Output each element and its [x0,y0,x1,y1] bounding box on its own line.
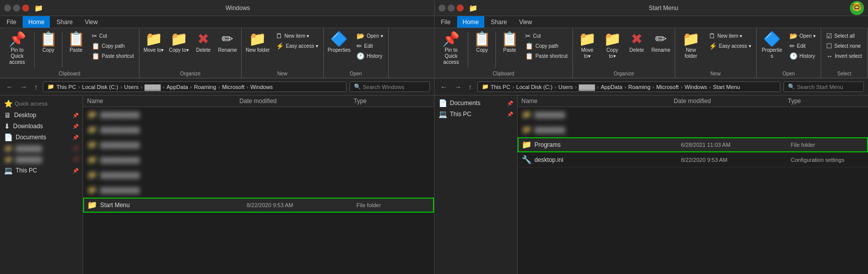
ribbon-delete-button[interactable]: ✖Delete [192,30,215,64]
ribbon-easyaccess-button[interactable]: ⚡Easy access ▾ [274,41,320,51]
ribbon-selectnone-button[interactable]: ☐Select none [824,41,864,51]
nav-back[interactable]: ← [439,82,450,92]
properties-icon: 🔷 [763,32,781,46]
nav-item-icon-quickaccess: ⭐ [4,100,13,108]
ribbon-opendrop-button[interactable]: 📂Open ▾ [354,31,385,41]
nav-item-downloads[interactable]: ⬇ Downloads 📌 [0,121,83,132]
nav-forward[interactable]: → [453,82,464,92]
file-row-blurred-r1[interactable]: 📁 ▓▓▓▓▓▓▓▓▓ [83,107,434,122]
file-row-blurred-r2[interactable]: 📁 ▓▓▓▓▓▓▓▓▓ [83,122,434,137]
file-row-blurred-r2[interactable]: 📁 ▓▓▓▓▓▓▓ [518,122,869,137]
file-row-blurred-r3[interactable]: 📁 ▓▓▓▓▓▓▓▓▓ [83,137,434,152]
ribbon-tab-view[interactable]: View [79,16,103,28]
ribbon-properties-button[interactable]: 🔷Properties [326,30,353,64]
ribbon-newitem-button[interactable]: 🗒New item ▾ [707,31,753,41]
address-path[interactable]: 📁 This PC›Local Disk (C:)›Users›▓▓▓▓›App… [43,81,346,92]
ribbon-copyto-button[interactable]: 📁Copy to▾ [167,30,191,64]
ribbon-cut-button[interactable]: ✂Cut [90,31,136,41]
file-row-blurred-r4[interactable]: 📁 ▓▓▓▓▓▓▓▓▓ [83,152,434,167]
col-name-header[interactable]: Name [522,98,674,105]
nav-back[interactable]: ← [4,82,15,92]
ribbon-properties-button[interactable]: 🔷Properties [759,30,785,64]
file-row-desktopini[interactable]: 🔧 desktop.ini 8/22/2020 9:53 AM Configur… [518,152,869,167]
ribbon-pasteshortcut-button[interactable]: 📋Paste shortcut [90,51,136,61]
col-name-header[interactable]: Name [87,98,239,105]
nav-item-documents[interactable]: 📄 Documents 📌 [0,132,83,143]
ribbon-history-button[interactable]: 🕐History [354,51,385,61]
ribbon-tab-file[interactable]: File [436,16,456,28]
ribbon-opendrop-button[interactable]: 📂Open ▾ [787,31,818,41]
ribbon-rename-button[interactable]: ✏Rename [216,30,239,64]
nav-item-thispc[interactable]: 💻 This PC 📌 [435,109,517,120]
ribbon-copypath-button[interactable]: 📋Copy path [90,41,136,51]
nav-item-thispc[interactable]: 💻 This PC 📌 [0,165,83,176]
ribbon-pin-button[interactable]: 📌Pin to Quick access [2,30,32,64]
nav-item-desktop[interactable]: 🖥 Desktop 📌 [0,110,83,121]
file-row-startmenu[interactable]: 📁 Start Menu 8/22/2020 9:53 AM File fold… [83,198,434,213]
paste-icon: 📋 [67,32,85,46]
nav-item-blurred2[interactable]: 📁 ▓▓▓▓▓▓ 📌 [0,154,83,165]
ribbon-selectall-button[interactable]: ☑Select all [824,31,864,41]
ribbon-group-label-clipboard: Clipboard [2,70,137,78]
ribbon-delete-button[interactable]: ✖Delete [625,30,648,64]
nav-item-blurred1[interactable]: 📁 ▓▓▓▓▓▓ 📌 [0,143,83,154]
file-icon-blurred-r1: 📁 [87,110,97,119]
nav-pin-downloads: 📌 [73,124,79,129]
tb-close[interactable] [22,5,29,12]
ribbon-copypath-button[interactable]: 📋Copy path [523,41,569,51]
search-box[interactable]: 🔍 Search Windows [349,81,430,92]
ribbon-copyto-button[interactable]: 📁Copy to▾ [600,30,624,64]
select-small-col: ☑Select all☐Select none↔Invert select [823,30,865,62]
title-bar-title: Start Menu [480,5,847,12]
tb-maximize[interactable] [13,5,20,12]
ribbon-paste-button[interactable]: 📋Paste [498,30,521,64]
ribbon-tab-home[interactable]: Home [23,16,50,28]
newfolder-icon: 📁 [249,32,266,46]
content-area: 📄 Documents 📌 💻 This PC 📌 Name Date modi… [435,96,869,274]
ribbon-paste-button[interactable]: 📋Paste [64,30,88,64]
nav-panel: 📄 Documents 📌 💻 This PC 📌 [435,96,518,274]
nav-forward[interactable]: → [18,82,29,92]
nav-up[interactable]: ↑ [467,82,474,92]
col-type-header[interactable]: Type [788,98,864,105]
ribbon-tab-share[interactable]: Share [51,16,78,28]
col-date-header[interactable]: Date modified [674,98,788,105]
ribbon-edit-button[interactable]: ✏Edit [787,41,818,51]
col-type-header[interactable]: Type [353,98,429,105]
ribbon-newfolder-button[interactable]: 📁New folder [677,30,705,64]
ribbon-invertselect-button[interactable]: ↔Invert select [824,51,864,61]
search-box[interactable]: 🔍 Search Start Menu [783,81,864,92]
nav-item-documents[interactable]: 📄 Documents 📌 [435,98,517,109]
ribbon-pin-button[interactable]: 📌Pin to Quick access [437,30,466,64]
title-bar-buttons [4,5,29,12]
ribbon-newitem-button[interactable]: 🗒New item ▾ [274,31,320,41]
ribbon-copy-button[interactable]: 📋Copy [37,30,60,64]
tb-maximize[interactable] [448,5,455,12]
col-date-header[interactable]: Date modified [239,98,353,105]
ribbon-newfolder-button[interactable]: 📁New folder [244,30,272,64]
ribbon-moveto-button[interactable]: 📁Move to▾ [575,30,599,64]
nav-item-quickaccess[interactable]: ⭐ Quick access [0,98,83,110]
ribbon-moveto-button[interactable]: 📁Move to▾ [141,30,166,64]
ribbon-cut-button[interactable]: ✂Cut [523,31,569,41]
ribbon-rename-button[interactable]: ✏Rename [649,30,673,64]
selectnone-label: Select none [834,43,861,49]
ribbon-easyaccess-button[interactable]: ⚡Easy access ▾ [707,41,753,51]
address-path[interactable]: 📁 This PC›Local Disk (C:)›Users›▓▓▓▓›App… [477,81,781,92]
tb-minimize[interactable] [4,5,11,12]
tb-minimize[interactable] [439,5,446,12]
ribbon-tab-view[interactable]: View [514,16,538,28]
file-row-blurred-r5[interactable]: 📁 ▓▓▓▓▓▓▓▓▓ [83,167,434,182]
tb-close[interactable] [457,5,464,12]
file-row-programs[interactable]: 📁 Programs 6/28/2021 11:03 AM File folde… [518,137,869,152]
ribbon-edit-button[interactable]: ✏Edit [354,41,385,51]
ribbon-pasteshortcut-button[interactable]: 📋Paste shortcut [523,51,569,61]
nav-up[interactable]: ↑ [32,82,40,92]
ribbon-copy-button[interactable]: 📋Copy [470,30,493,64]
ribbon-tab-share[interactable]: Share [485,16,513,28]
ribbon-tab-home[interactable]: Home [457,16,484,28]
file-row-blurred-r6[interactable]: 📁 ▓▓▓▓▓▓▓▓▓ [83,182,434,198]
ribbon-history-button[interactable]: 🕐History [787,51,818,61]
file-row-blurred-r1[interactable]: 📁 ▓▓▓▓▓▓▓ [518,107,869,122]
ribbon-tab-file[interactable]: File [1,16,22,28]
